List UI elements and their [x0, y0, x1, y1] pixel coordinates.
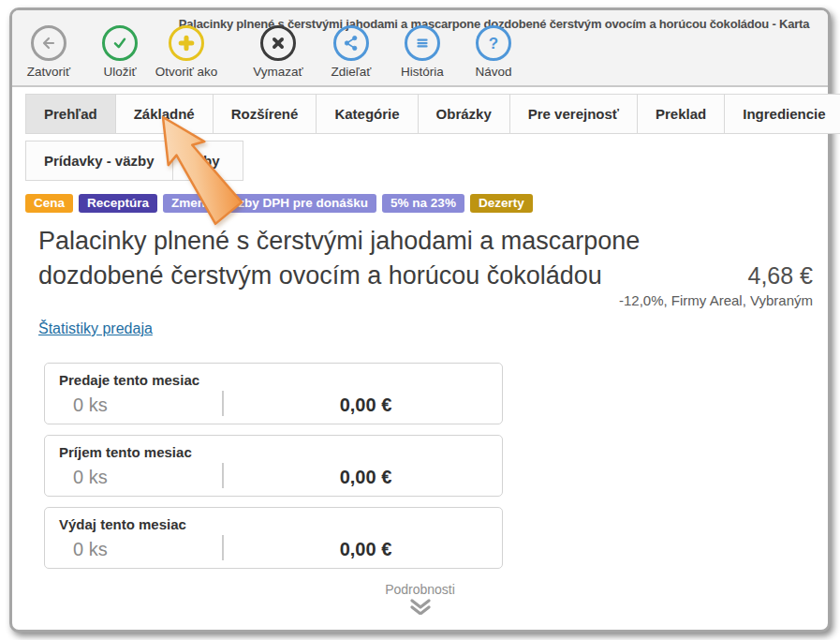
x-icon — [260, 25, 296, 61]
stats-card-title: Výdaj tento mesiac — [45, 508, 502, 532]
divider — [222, 391, 224, 416]
share-icon — [333, 25, 369, 61]
card-content: Prehľad Základné Rozšírené Kategórie Obr… — [12, 94, 828, 615]
tab-pridavky-vazby[interactable]: Prídavky - väzby — [25, 141, 173, 181]
toolbar-button-open-as[interactable]: Otvoriť ako — [140, 25, 233, 79]
check-icon — [102, 25, 138, 61]
tab-kategorie[interactable]: Kategórie — [316, 94, 418, 134]
badge-cena[interactable]: Cena — [25, 194, 73, 213]
badge-receptura[interactable]: Receptúra — [79, 194, 157, 213]
stats-card-quantity: 0 ks — [73, 539, 108, 560]
tab-ingrediencie[interactable]: Ingrediencie — [724, 94, 840, 134]
stats-card-income: Príjem tento mesiac 0 ks 0,00 € — [44, 435, 503, 497]
stats-card-outcome: Výdaj tento mesiac 0 ks 0,00 € — [44, 507, 503, 569]
stats-card-amount: 0,00 € — [312, 394, 420, 416]
tab-preklad[interactable]: Preklad — [637, 94, 725, 134]
badge-dezerty[interactable]: Dezerty — [470, 194, 533, 213]
divider — [222, 463, 224, 488]
question-icon: ? — [476, 25, 511, 61]
tab-rozsirene[interactable]: Rozšírené — [213, 94, 317, 134]
product-price: 4,68 € — [619, 261, 813, 290]
tab-row-secondary: Prídavky - väzby vby — [25, 141, 815, 181]
product-card-window: Palacinky plnené s čerstvými jahodami a … — [9, 7, 831, 633]
tab-prehlad[interactable]: Prehľad — [25, 94, 116, 134]
stats-card-quantity: 0 ks — [73, 467, 108, 488]
stats-card-quantity: 0 ks — [73, 394, 108, 416]
tab-pre-verejnost[interactable]: Pre verejnosť — [509, 94, 638, 134]
stats-cards: Predaje tento mesiac 0 ks 0,00 € Príjem … — [44, 363, 503, 569]
stats-card-amount: 0,00 € — [312, 467, 420, 488]
tab-row-primary: Prehľad Základné Rozšírené Kategórie Obr… — [25, 94, 815, 134]
price-block: 4,68 € -12,0%, Firmy Areal, Vybraným — [619, 261, 813, 308]
toolbar-button-guide[interactable]: ? Návod — [447, 25, 540, 79]
sales-statistics-link[interactable]: Štatistiky predaja — [38, 320, 153, 337]
stats-card-title: Predaje tento mesiac — [45, 364, 502, 388]
back-arrow-icon — [31, 25, 66, 61]
badge-dph-donaska[interactable]: Zmenu sadzby DPH pre donášku — [163, 194, 376, 213]
details-expander[interactable]: Podrobnosti — [25, 582, 815, 615]
price-discount-note: -12,0%, Firmy Areal, Vybraným — [619, 292, 813, 308]
badge-5-na-23[interactable]: 5% na 23% — [382, 194, 464, 213]
tab-zakladne[interactable]: Základné — [115, 94, 214, 134]
toolbar: Palacinky plnené s čerstvými jahodami a … — [12, 10, 828, 87]
divider — [222, 535, 224, 560]
plus-icon — [169, 25, 204, 61]
details-label: Podrobnosti — [25, 582, 815, 597]
list-icon — [405, 25, 440, 61]
double-chevron-down-icon — [408, 599, 433, 615]
tab-vazby-partial[interactable]: vby — [172, 141, 243, 181]
tab-obrazky[interactable]: Obrázky — [418, 94, 510, 134]
stats-card-amount: 0,00 € — [312, 539, 420, 560]
stats-card-title: Príjem tento mesiac — [45, 436, 502, 460]
tag-badges: Cena Receptúra Zmenu sadzby DPH pre doná… — [25, 194, 815, 213]
stats-card-sales: Predaje tento mesiac 0 ks 0,00 € — [44, 363, 503, 424]
